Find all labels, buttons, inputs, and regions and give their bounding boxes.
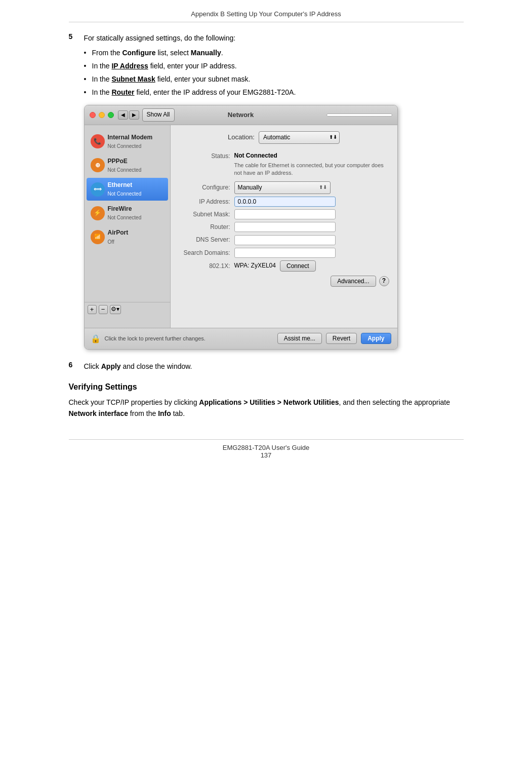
sidebar-remove-button[interactable]: − [99,305,108,314]
configure-label: Configure: [179,182,234,193]
router-input[interactable] [234,222,336,232]
dot1x-value: WPA: ZyXEL04 [234,261,276,271]
connect-button[interactable]: Connect [280,260,316,272]
subnet-mask-label: Subnet Mask: [179,209,234,219]
sidebar-item-airport[interactable]: 📶 AirPort Off [87,225,168,248]
page-header: Appendix B Setting Up Your Computer's IP… [69,10,464,22]
page-footer: EMG2881-T20A User's Guide 137 [69,439,464,459]
bullet-2: In the IP Address field, enter your IP a… [84,61,464,71]
mac-back-button[interactable]: ◀ [118,110,128,120]
step-5-bullets: From the Configure list, select Manually… [84,48,464,98]
dns-label: DNS Server: [179,235,234,245]
apply-button[interactable]: Apply [361,333,391,344]
ethernet-text: Ethernet Not Connected [108,180,142,198]
location-value: Automatic [263,133,290,142]
step-5-number: 5 [69,32,84,357]
sidebar-item-internal-modem[interactable]: 📞 Internal Modem Not Connected [87,130,168,153]
sidebar-item-firewire[interactable]: ⚡ FireWire Not Connected [87,202,168,224]
subnet-mask-row: Subnet Mask: [179,209,389,219]
sidebar-add-button[interactable]: + [88,305,97,314]
sidebar-item-pppoe[interactable]: ⊕ PPPoE Not Connected [87,154,168,177]
mac-main-area: Location: Automatic ⬆⬇ Status: Not Conne… [171,125,397,328]
airport-name: AirPort [108,228,129,238]
lock-text: Click the lock to prevent further change… [105,334,273,343]
internal-modem-status: Not Connected [108,142,153,150]
footer-guide: EMG2881-T20A User's Guide [69,444,464,451]
configure-row: Configure: Manually ⬆⬇ [179,181,389,194]
status-label: Status: [179,151,234,161]
bullet-3-bold: Subnet Mask [111,75,155,83]
mac-search-bar[interactable] [326,113,392,117]
step-6-number: 6 [69,361,84,372]
ip-address-row: IP Address: [179,197,389,207]
header-title: Appendix B Setting Up Your Computer's IP… [191,10,341,18]
bullet-2-bold: IP Address [111,62,148,70]
mac-titlebar: ◀ ▶ Show All Network [85,105,397,125]
pppoe-icon: ⊕ [91,158,105,172]
ethernet-icon: ⟺ [91,182,105,197]
mac-dialog-body: 📞 Internal Modem Not Connected ⊕ [85,125,397,328]
location-arrow-icon: ⬆⬇ [329,133,337,141]
mac-nav-arrows: ◀ ▶ [118,110,139,120]
router-label: Router: [179,222,234,232]
mac-show-all-button[interactable]: Show All [142,108,175,121]
subnet-mask-input[interactable] [234,209,336,219]
router-row: Router: [179,222,389,232]
firewire-status: Not Connected [108,214,142,222]
revert-button[interactable]: Revert [326,333,357,344]
pppoe-status: Not Connected [108,166,142,174]
firewire-text: FireWire Not Connected [108,204,142,222]
airport-text: AirPort Off [108,228,129,246]
mac-network-dialog: ◀ ▶ Show All Network [84,105,398,350]
bullet-1: From the Configure list, select Manually… [84,48,464,58]
mac-location-row: Location: Automatic ⬆⬇ [179,131,389,144]
page-container: Appendix B Setting Up Your Computer's IP… [38,0,494,479]
mac-footer-bar: 🔒 Click the lock to prevent further chan… [85,328,397,350]
mac-dialog-title: Network [228,110,254,121]
dns-input[interactable] [234,235,336,245]
location-select[interactable]: Automatic ⬆⬇ [259,131,340,144]
advanced-button[interactable]: Advanced... [331,276,376,287]
mac-sidebar-items: 📞 Internal Modem Not Connected ⊕ [85,129,170,302]
search-domains-input[interactable] [234,248,336,258]
location-label: Location: [228,132,255,143]
step-6-content: Click Apply and close the window. [84,361,464,372]
airport-status: Off [108,238,129,246]
step-6-apply-bold: Apply [101,362,121,370]
ip-address-label: IP Address: [179,197,234,207]
pppoe-name: PPPoE [108,157,142,166]
lock-icon[interactable]: 🔒 [91,332,101,346]
firewire-icon: ⚡ [91,206,105,220]
mac-status-row: Status: Not Connected The cable for Ethe… [179,151,389,177]
mac-minimize-button[interactable] [99,112,105,118]
mac-traffic-lights [90,112,114,118]
step-5-row: 5 For statically assigned settings, do t… [69,32,464,357]
configure-arrow-icon: ⬆⬇ [319,183,327,192]
ip-address-input[interactable] [234,197,336,207]
assist-me-button[interactable]: Assist me... [277,333,322,344]
footer-page: 137 [69,451,464,459]
verifying-bold1: Applications > Utilities > Network Utili… [199,398,339,406]
bullet-4-bold: Router [111,88,134,96]
dot1x-row: 802.1X: WPA: ZyXEL04 Connect [179,260,389,272]
firewire-name: FireWire [108,204,142,214]
status-description: The cable for Ethernet is connected, but… [234,162,389,177]
step-5-intro: For statically assigned settings, do the… [84,34,236,42]
mac-forward-button[interactable]: ▶ [129,110,139,120]
step-6-row: 6 Click Apply and close the window. [69,361,464,372]
configure-select[interactable]: Manually ⬆⬇ [234,181,331,194]
search-domains-row: Search Domains: [179,248,389,258]
mac-zoom-button[interactable] [108,112,114,118]
dot1x-label: 802.1X: [179,261,234,271]
internal-modem-text: Internal Modem Not Connected [108,133,153,150]
verifying-para: Check your TCP/IP properties by clicking… [69,397,464,419]
ethernet-status: Not Connected [108,190,142,198]
sidebar-gear-button[interactable]: ⚙▾ [110,305,121,314]
sidebar-item-ethernet[interactable]: ⟺ Ethernet Not Connected [87,178,168,201]
mac-close-button[interactable] [90,112,96,118]
internal-modem-icon: 📞 [91,134,105,148]
help-button[interactable]: ? [379,276,389,286]
search-domains-label: Search Domains: [179,248,234,258]
advanced-row: Advanced... ? [179,276,389,287]
bullet-4: In the Router field, enter the IP addres… [84,87,464,98]
